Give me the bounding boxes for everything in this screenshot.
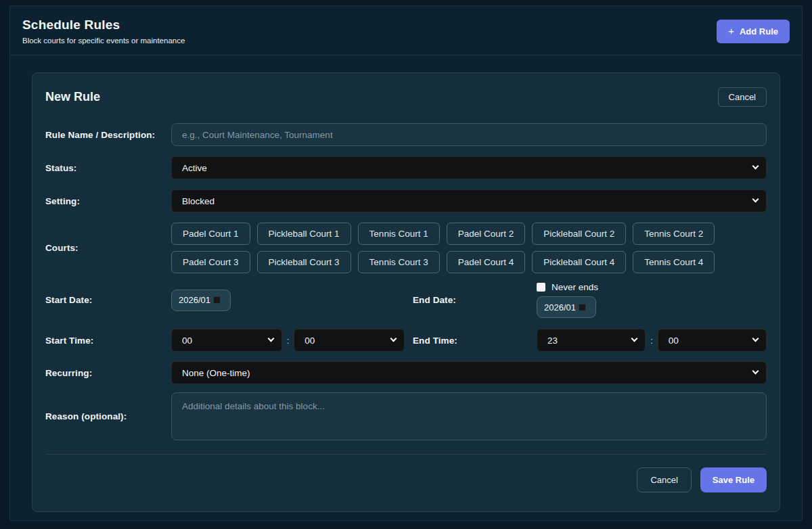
court-toggle-button[interactable]: Pickleball Court 1 <box>257 223 351 245</box>
reason-label: Reason (optional): <box>45 411 171 421</box>
courts-button-group: Padel Court 1 Pickleball Court 1 Tennis … <box>171 223 767 273</box>
courts-label: Courts: <box>45 243 171 253</box>
cancel-button-top[interactable]: Cancel <box>718 87 767 107</box>
reason-row: Reason (optional): <box>45 392 767 440</box>
plus-icon: + <box>728 28 734 34</box>
setting-row: Setting: Blocked <box>45 189 767 212</box>
rule-name-row: Rule Name / Description: <box>45 123 767 146</box>
date-row: Start Date: 2026/01 End Date: Never ends <box>45 282 767 318</box>
recurring-label: Recurring: <box>45 368 171 378</box>
court-toggle-button[interactable]: Tennis Court 2 <box>633 223 715 245</box>
setting-select[interactable]: Blocked <box>171 189 767 212</box>
setting-label: Setting: <box>45 196 171 206</box>
court-toggle-button[interactable]: Padel Court 1 <box>171 223 250 245</box>
end-time-hour-select[interactable]: 23 <box>537 329 646 352</box>
court-toggle-button[interactable]: Tennis Court 1 <box>358 223 440 245</box>
start-time-minute-select[interactable]: 00 <box>294 329 405 352</box>
never-ends-option[interactable]: Never ends <box>537 282 598 292</box>
calendar-icon[interactable] <box>579 304 586 311</box>
courts-row: Courts: Padel Court 1 Pickleball Court 1… <box>45 223 767 273</box>
end-date-label: End Date: <box>413 295 537 305</box>
court-toggle-button[interactable]: Padel Court 4 <box>447 251 526 273</box>
start-time-label: Start Time: <box>45 336 171 346</box>
status-select[interactable]: Active <box>171 156 767 179</box>
form-footer: Cancel Save Rule <box>45 455 767 492</box>
panel-header: Schedule Rules Block courts for specific… <box>10 6 802 55</box>
add-rule-button[interactable]: + Add Rule <box>717 20 790 43</box>
calendar-icon[interactable] <box>213 296 221 304</box>
rule-name-input[interactable] <box>171 123 767 146</box>
page-subtitle: Block courts for specific events or main… <box>22 37 185 45</box>
court-toggle-button[interactable]: Padel Court 3 <box>171 251 250 273</box>
cancel-button-footer[interactable]: Cancel <box>637 467 691 492</box>
recurring-row: Recurring: None (One-time) <box>45 361 767 384</box>
save-rule-button[interactable]: Save Rule <box>700 467 767 492</box>
start-date-label: Start Date: <box>45 295 171 305</box>
page-title: Schedule Rules <box>22 18 185 32</box>
rule-name-label: Rule Name / Description: <box>45 130 171 140</box>
new-rule-card: New Rule Cancel Rule Name / Description:… <box>32 72 780 512</box>
court-toggle-button[interactable]: Padel Court 2 <box>447 223 526 245</box>
status-row: Status: Active <box>45 156 767 179</box>
schedule-rules-panel: Schedule Rules Block courts for specific… <box>9 5 803 521</box>
start-date-input[interactable]: 2026/01 <box>171 290 231 311</box>
end-date-input[interactable]: 2026/01 <box>537 296 596 318</box>
court-toggle-button[interactable]: Pickleball Court 4 <box>532 251 626 273</box>
court-toggle-button[interactable]: Tennis Court 3 <box>358 251 440 273</box>
end-time-minute-select[interactable]: 00 <box>658 329 767 352</box>
time-separator: : <box>287 336 290 346</box>
reason-textarea[interactable] <box>171 392 767 440</box>
time-separator: : <box>650 336 653 346</box>
end-time-label: End Time: <box>413 336 537 346</box>
new-rule-title: New Rule <box>45 90 100 104</box>
add-rule-label: Add Rule <box>740 26 778 37</box>
court-toggle-button[interactable]: Tennis Court 4 <box>633 251 715 273</box>
start-time-hour-select[interactable]: 00 <box>171 329 282 352</box>
recurring-select[interactable]: None (One-time) <box>171 361 767 384</box>
court-toggle-button[interactable]: Pickleball Court 3 <box>257 251 351 273</box>
card-header: New Rule Cancel <box>45 87 767 107</box>
status-label: Status: <box>45 163 171 173</box>
court-toggle-button[interactable]: Pickleball Court 2 <box>532 223 626 245</box>
never-ends-checkbox[interactable] <box>537 283 545 292</box>
never-ends-label: Never ends <box>551 282 598 292</box>
time-row: Start Time: 00 : 00 <box>45 329 767 352</box>
